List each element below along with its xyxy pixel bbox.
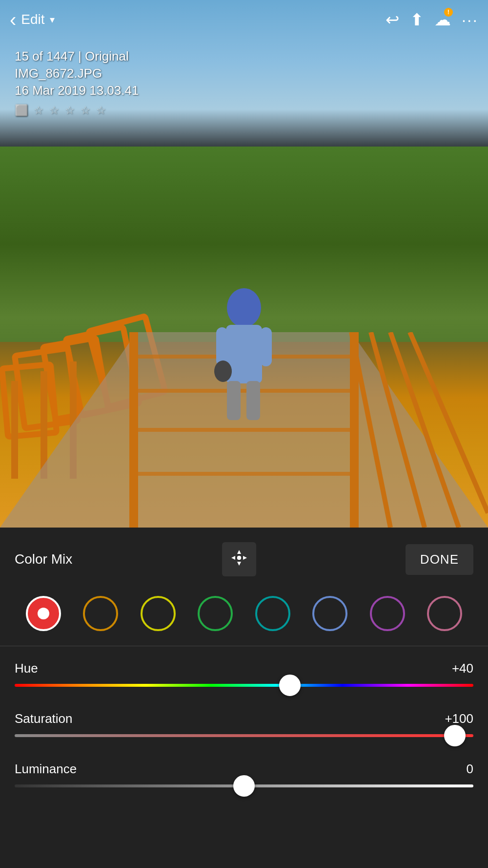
- edit-label: Edit: [21, 12, 44, 27]
- star-5[interactable]: ☆: [96, 104, 106, 117]
- photo-rating-row: ⬜ ☆ ☆ ☆ ☆ ☆: [15, 104, 139, 117]
- color-mix-title: Color Mix: [15, 551, 72, 567]
- svg-point-30: [237, 555, 242, 560]
- share-icon: ⬆: [410, 10, 424, 29]
- more-options-button[interactable]: ···: [462, 10, 478, 29]
- color-orange-button[interactable]: [83, 596, 118, 631]
- top-bar: ‹ Edit ▾ ↩ ⬆ ☁ ! ···: [0, 0, 488, 39]
- back-icon: ‹: [10, 10, 16, 29]
- svg-rect-20: [226, 325, 262, 383]
- photo-counter: 15 of 1447 | Original: [15, 49, 139, 64]
- color-purple-button[interactable]: [370, 596, 405, 631]
- done-button[interactable]: DONE: [406, 544, 473, 575]
- star-1[interactable]: ☆: [34, 104, 43, 117]
- color-blue-button[interactable]: [312, 596, 347, 631]
- star-2[interactable]: ☆: [49, 104, 59, 117]
- color-green-button[interactable]: [198, 596, 233, 631]
- saturation-slider-track[interactable]: [15, 734, 473, 737]
- saturation-label: Saturation: [15, 711, 73, 726]
- undo-icon: ↩: [386, 10, 399, 29]
- chevron-down-icon: ▾: [50, 14, 55, 25]
- luminance-slider-thumb[interactable]: [233, 775, 255, 797]
- saturation-slider-thumb[interactable]: [444, 725, 466, 746]
- move-icon: [230, 549, 248, 570]
- warning-icon: !: [447, 9, 449, 16]
- color-yellow-button[interactable]: [141, 596, 176, 631]
- person-silhouette: [212, 283, 276, 425]
- flag-icon[interactable]: ⬜: [15, 104, 28, 117]
- color-red-button[interactable]: [26, 596, 61, 631]
- undo-button[interactable]: ↩: [386, 10, 399, 29]
- sliders-section: Hue +40 Saturation +100 Luminance 0: [0, 646, 488, 787]
- photo-filename: IMG_8672.JPG: [15, 66, 139, 81]
- photo-display: 15 of 1447 | Original IMG_8672.JPG 16 Ma…: [0, 0, 488, 528]
- svg-rect-21: [216, 327, 228, 366]
- cloud-warning-badge: !: [444, 8, 453, 17]
- edit-menu-button[interactable]: Edit ▾: [21, 12, 54, 27]
- svg-rect-25: [246, 381, 260, 420]
- photo-datetime: 16 Mar 2019 13.03.41: [15, 83, 139, 98]
- luminance-value: 0: [467, 762, 473, 777]
- svg-rect-24: [227, 381, 241, 420]
- saturation-label-row: Saturation +100: [15, 711, 473, 726]
- star-4[interactable]: ☆: [81, 104, 90, 117]
- color-mix-header: Color Mix DONE: [0, 528, 488, 586]
- hue-slider-track[interactable]: [15, 684, 473, 687]
- hue-label: Hue: [15, 661, 38, 676]
- bottom-panel: Color Mix DONE: [0, 528, 488, 868]
- color-mauve-button[interactable]: [427, 596, 462, 631]
- svg-marker-26: [237, 550, 241, 554]
- photo-metadata: 15 of 1447 | Original IMG_8672.JPG 16 Ma…: [15, 49, 139, 117]
- hue-slider-thumb[interactable]: [279, 675, 301, 696]
- color-teal-button[interactable]: [255, 596, 290, 631]
- top-left-nav: ‹ Edit ▾: [10, 10, 55, 29]
- svg-point-19: [227, 288, 261, 327]
- svg-marker-27: [237, 562, 241, 566]
- star-3[interactable]: ☆: [65, 104, 75, 117]
- more-icon: ···: [462, 10, 478, 29]
- cloud-sync-button[interactable]: ☁ !: [434, 10, 451, 29]
- saturation-value: +100: [445, 711, 473, 726]
- color-circles-row: [0, 586, 488, 646]
- svg-rect-22: [260, 327, 272, 366]
- luminance-label: Luminance: [15, 762, 77, 777]
- svg-marker-29: [243, 556, 247, 560]
- saturation-slider-row: Saturation +100: [15, 711, 473, 737]
- svg-marker-28: [231, 556, 235, 560]
- hue-value: +40: [452, 661, 473, 676]
- back-button[interactable]: ‹: [10, 10, 16, 29]
- top-right-actions: ↩ ⬆ ☁ ! ···: [386, 10, 478, 29]
- luminance-label-row: Luminance 0: [15, 762, 473, 777]
- luminance-slider-row: Luminance 0: [15, 762, 473, 787]
- luminance-slider-track[interactable]: [15, 784, 473, 787]
- share-button[interactable]: ⬆: [410, 10, 424, 29]
- move-tool-button[interactable]: [222, 542, 256, 576]
- hue-slider-row: Hue +40: [15, 661, 473, 687]
- svg-point-23: [214, 360, 232, 382]
- svg-rect-9: [129, 332, 138, 528]
- hue-label-row: Hue +40: [15, 661, 473, 676]
